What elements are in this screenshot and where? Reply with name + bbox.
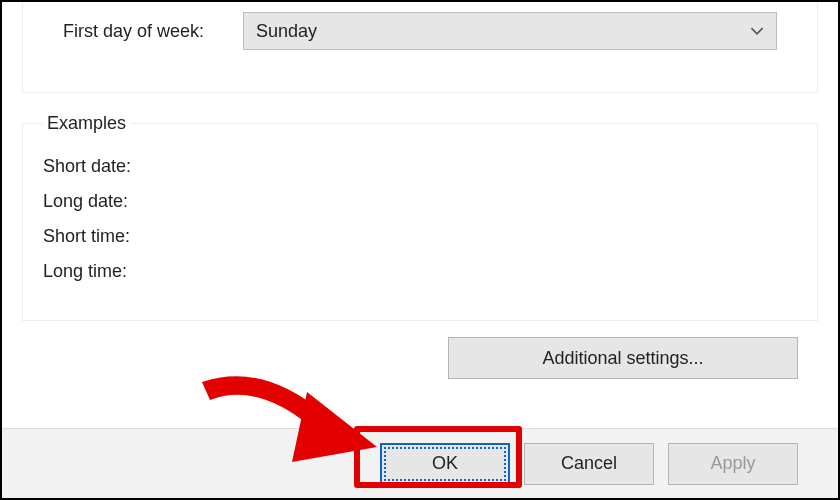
ok-button[interactable]: OK [380,443,510,485]
short-time-label: Short time: [43,226,130,246]
additional-settings-row: Additional settings... [2,321,838,379]
first-day-of-week-label: First day of week: [63,21,243,42]
examples-groupbox: Examples Short date: Long date: Short ti… [22,113,818,321]
short-time-row: Short time: [43,226,797,247]
first-day-of-week-row: First day of week: Sunday [63,12,777,50]
additional-settings-button[interactable]: Additional settings... [448,337,798,379]
long-time-row: Long time: [43,261,797,282]
apply-button: Apply [668,443,798,485]
date-formats-section: First day of week: Sunday [22,2,818,93]
short-date-label: Short date: [43,156,131,176]
short-date-row: Short date: [43,156,797,177]
long-time-label: Long time: [43,261,127,281]
first-day-of-week-value: Sunday [256,21,317,42]
examples-legend: Examples [43,113,130,134]
cancel-button[interactable]: Cancel [524,443,654,485]
first-day-of-week-select[interactable]: Sunday [243,12,777,50]
chevron-down-icon [750,24,764,38]
long-date-row: Long date: [43,191,797,212]
dialog-footer: OK Cancel Apply [2,428,838,498]
long-date-label: Long date: [43,191,128,211]
